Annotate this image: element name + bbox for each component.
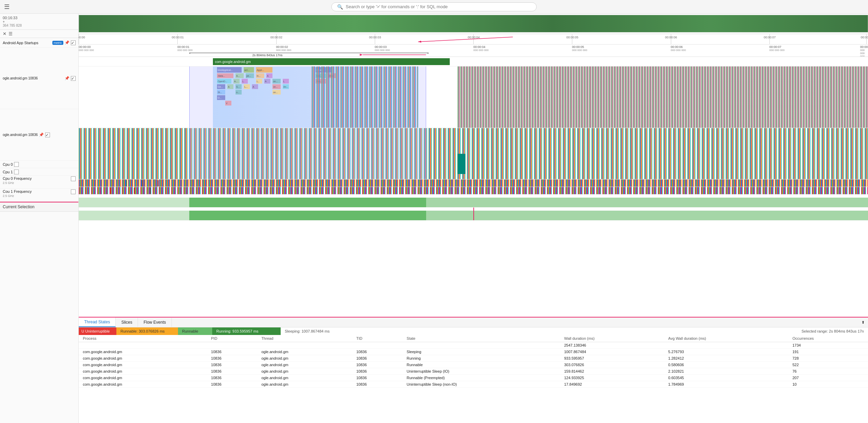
track-row-cpu1-freq [79,208,868,221]
track-row-cpu0 [79,179,868,187]
cell-tid: 10836 [352,355,403,362]
pin-icon-app-startups[interactable]: 📌 [65,40,69,45]
col-wall: Wall duration (ms) [560,335,664,342]
state-runnable: Runnable [178,327,212,335]
search-bar: 🔍 [331,2,537,11]
col-process: Process [79,335,207,342]
cell-process: com.google.android.gm [79,368,207,375]
cell-pid: 10836 [207,375,257,381]
track-name-app-startups: Android App Startups [3,41,51,45]
close-icon[interactable]: ✕ [3,31,7,36]
table-body: 2547.138346 1734 com.google.android.gm10… [79,342,868,388]
cell-wall: 1007.867484 [560,349,664,355]
table-row: com.google.android.gm10836ogle.android.g… [79,355,868,362]
selection-tabs: Thread States Slices Flow Events ⬆ [79,318,868,327]
col-occurrences: Occurrences [788,335,868,342]
cell-tid: 10836 [352,349,403,355]
track-label-cpu1-freq: Cou 1 Frequency 2.5 GHz [0,189,78,202]
search-icon: 🔍 [337,4,343,10]
tab-flow-events[interactable]: Flow Events [138,318,171,327]
minimap [79,14,868,34]
list-icon[interactable]: ☰ [9,31,13,36]
cell-state: Uninterruptible Sleep (non-IO) [403,381,560,388]
ruler2: 00:00:00 000 000 000 00:00:01 000 000 00… [79,45,868,57]
col-state: State [403,335,560,342]
data-table-scroll[interactable]: Process PID Thread TID State Wall durati… [79,335,868,388]
table-row: com.google.android.gm10836ogle.android.g… [79,349,868,355]
track-label-ogle-tall: ogle.android.gm 10836 📌 ✓ [0,48,78,109]
cell-pid: 10836 [207,368,257,375]
col-tid: TID [352,335,403,342]
cell-thread: ogle.android.gm [257,349,352,355]
checkbox-cpu0-freq[interactable] [71,176,76,181]
time-value: 00:16:33 [3,16,76,20]
track-row-app-startups: com.google.android.gm [79,57,868,66]
add-icon[interactable]: + [3,20,5,24]
track-name-cpu1: Cpu 1 [3,170,13,174]
cell-occurrences: 10 [788,381,868,388]
cell-thread: ogle.android.gm [257,362,352,368]
table-row: com.google.android.gm10836ogle.android.g… [79,375,868,381]
checkbox-cpu1-freq[interactable] [71,189,76,194]
state-runnable-wait: Runnable: 303.076826 ms [116,327,178,335]
search-input[interactable] [346,4,531,9]
track-label-cpu0-freq: Cpu 0 Frequency 2.5 GHz [0,176,78,189]
checkbox-ogle-tall[interactable]: ✓ [71,76,76,81]
cell-process: com.google.android.gm [79,355,207,362]
cell-thread: ogle.android.gm [257,375,352,381]
cell-tid: 10836 [352,381,403,388]
tab-thread-states[interactable]: Thread States [79,318,116,327]
counter-value: 364 785 828 [3,24,76,27]
app-bar[interactable]: com.google.android.gm [213,58,450,65]
pin-icon-ogle-tall[interactable]: 📌 [65,76,69,80]
col-thread: Thread [257,335,352,342]
cell-process: com.google.android.gm [79,375,207,381]
cell-thread: ogle.android.gm [257,381,352,388]
tab-slices[interactable]: Slices [116,318,138,327]
table-row-total: 2547.138346 1734 [79,342,868,349]
tracks-scroll[interactable]: 00:00:00 000 000 000 00:00:01 000 000 00… [79,45,868,317]
track-name-cpu0-freq: Cpu 0 Frequency [3,176,69,181]
app-bar-label: com.google.android.gm [215,60,251,64]
state-sleeping: Sleeping: 1007.867484 ms [281,327,334,335]
cell-avg_wall: 0.580606 [664,362,788,368]
checkbox-ogle-medium[interactable]: ✓ [45,133,50,137]
cell-pid: 10836 [207,349,257,355]
table-row: com.google.android.gm10836ogle.android.g… [79,362,868,368]
cell-avg_wall: 2.102821 [664,368,788,375]
cell-occurrences: 728 [788,355,868,362]
table-row: com.google.android.gm10836ogle.android.g… [79,381,868,388]
menu-icon[interactable]: ☰ [4,3,10,11]
cell-process: com.google.android.gm [79,381,207,388]
bottom-panel: Thread States Slices Flow Events ⬆ U Uni… [79,317,868,423]
checkbox-cpu0[interactable] [14,162,19,167]
total-wall: 2547.138346 [560,342,664,349]
cell-state: Running [403,355,560,362]
track-row-cpu1 [79,187,868,195]
minimap-viewport[interactable] [79,14,868,34]
time-display: 00:16:33 + 364 785 828 [0,14,78,30]
selected-range: Selected range: 2s 804ms 843us 17n [797,329,868,333]
state-uninterruptible: U Uninterruptible [79,327,116,335]
checkbox-app-startups[interactable]: ✓ [71,40,76,45]
collapse-icon[interactable]: ⬆ [858,318,868,327]
cpu0-freq-value: 2.5 GHz [3,181,69,185]
track-row-cpu0-freq [79,195,868,208]
state-bar: U Uninterruptible Runnable: 303.076826 m… [79,327,868,335]
state-running: Running: 933.595957 ms [212,327,281,335]
cell-state: Uninterruptible Sleep (IO) [403,368,560,375]
checkbox-cpu1[interactable] [14,170,19,174]
cpu1-freq-value: 2.5 GHz [3,194,69,198]
left-panel: 00:16:33 + 364 785 828 ✕ ☰ Android App S… [0,14,79,423]
pin-icon-ogle-medium[interactable]: 📌 [39,133,44,137]
cell-process: com.google.android.gm [79,349,207,355]
cell-occurrences: 522 [788,362,868,368]
cell-thread: ogle.android.gm [257,368,352,375]
cell-tid: 10836 [352,368,403,375]
header: ☰ 🔍 [0,0,868,14]
total-occurrences: 1734 [788,342,868,349]
track-name-cpu1-freq: Cou 1 Frequency [3,189,69,194]
cell-thread: ogle.android.gm [257,355,352,362]
cell-wall: 17.849692 [560,381,664,388]
data-table: Process PID Thread TID State Wall durati… [79,335,868,388]
